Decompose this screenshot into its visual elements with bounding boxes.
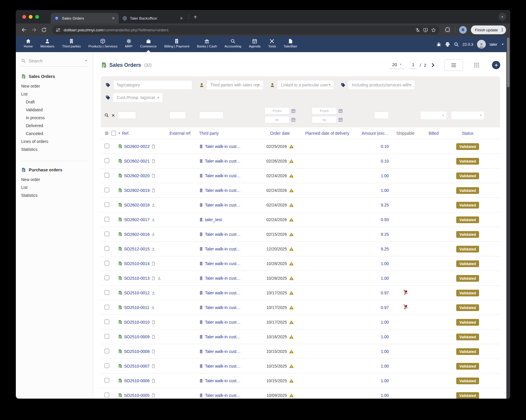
amount-link[interactable]: 9.25 xyxy=(381,247,389,251)
search-amount-input[interactable] xyxy=(374,112,389,119)
back-icon[interactable] xyxy=(20,26,28,34)
amount-link[interactable]: 0.93 xyxy=(381,217,389,222)
amount-link[interactable]: 1.00 xyxy=(381,378,389,383)
select-all-checkbox[interactable] xyxy=(111,131,116,136)
tab-close-icon[interactable]: ✕ xyxy=(179,16,184,21)
column-header-amount[interactable]: Amount (exc… xyxy=(362,131,391,136)
calendar-icon[interactable] xyxy=(338,117,343,122)
order-ref-link[interactable]: SO2510-0013 xyxy=(124,276,150,281)
menu-item-mrp[interactable]: MRP xyxy=(121,36,136,52)
list-view-button[interactable] xyxy=(444,59,463,71)
menu-item-banks-cash[interactable]: Banks | Cash xyxy=(193,36,221,52)
row-checkbox[interactable] xyxy=(104,334,109,339)
order-ref-link[interactable]: SO2602-0022 xyxy=(124,144,150,149)
row-checkbox[interactable] xyxy=(104,246,109,251)
mic-off-icon[interactable] xyxy=(415,28,420,33)
sidebar-section-title[interactable]: Purchase orders xyxy=(21,168,88,172)
sidebar-item-in-process[interactable]: In process xyxy=(21,114,88,122)
column-header-ref[interactable]: Ref. xyxy=(118,131,168,136)
search-third-party-input[interactable] xyxy=(199,112,224,119)
row-checkbox[interactable] xyxy=(104,202,109,207)
amount-link[interactable]: 1.00 xyxy=(381,276,389,281)
third-party-link[interactable]: Taler walk-in cust… xyxy=(205,334,240,339)
sidebar-item-validated[interactable]: Validated xyxy=(21,106,88,114)
amount-link[interactable]: 1.00 xyxy=(381,349,389,354)
menu-item-talerbarr[interactable]: TalerBarr xyxy=(280,36,301,52)
scrollbar[interactable] xyxy=(506,36,510,399)
order-ref-link[interactable]: SO2510-0007 xyxy=(124,364,150,368)
amount-link[interactable]: 1.00 xyxy=(381,334,389,339)
order-ref-link[interactable]: SO2510-0014 xyxy=(124,261,150,266)
order-date-from-input[interactable] xyxy=(264,107,290,115)
menu-item-third-parties[interactable]: Third parties xyxy=(58,36,85,52)
row-checkbox[interactable] xyxy=(104,173,109,178)
sidebar-item-statistics[interactable]: Statistics xyxy=(21,145,88,153)
help-icon[interactable] xyxy=(454,42,459,47)
print-icon[interactable] xyxy=(445,42,450,47)
order-ref-link[interactable]: SO2510-0011 xyxy=(124,305,149,310)
menu-item-products-services[interactable]: Products | Services xyxy=(85,36,121,52)
reload-icon[interactable] xyxy=(40,26,48,34)
amount-link[interactable]: 0.10 xyxy=(381,159,389,163)
order-ref-link[interactable]: SO2510-0009 xyxy=(124,334,150,339)
menu-item-accounting[interactable]: Accounting xyxy=(221,36,245,52)
column-header-planned-date[interactable]: Planned date of delivery xyxy=(305,131,349,136)
clear-search-icon[interactable] xyxy=(111,114,115,117)
browser-profile-avatar[interactable]: B xyxy=(459,26,467,34)
row-checkbox[interactable] xyxy=(104,392,109,397)
order-ref-link[interactable]: SO2512-0015 xyxy=(124,247,150,251)
row-checkbox[interactable] xyxy=(104,363,109,368)
calendar-icon[interactable] xyxy=(291,109,296,113)
grid-view-icon[interactable] xyxy=(474,62,480,68)
column-header-third-party[interactable]: Third party xyxy=(199,131,259,136)
tab-search-button[interactable]: ▾ xyxy=(498,13,506,21)
delivery-date-from-input[interactable] xyxy=(312,107,337,115)
third-party-link[interactable]: Taler walk-in cust… xyxy=(205,291,240,295)
row-checkbox[interactable] xyxy=(104,290,109,295)
finish-update-button[interactable]: Finish update xyxy=(471,25,506,34)
sidebar-item-canceled[interactable]: Canceled xyxy=(21,129,88,137)
amount-link[interactable]: 1.00 xyxy=(381,320,389,325)
order-ref-link[interactable]: SO2602-0019 xyxy=(124,188,150,193)
third-party-link[interactable]: Taler walk-in cust… xyxy=(205,276,240,281)
kebab-menu-icon[interactable] xyxy=(500,28,504,32)
third-party-link[interactable]: Taler walk-in cust… xyxy=(205,159,240,163)
delivery-date-to-input[interactable] xyxy=(312,116,337,123)
amount-link[interactable]: 1.00 xyxy=(381,261,389,266)
third-party-link[interactable]: Taler walk-in cust… xyxy=(205,203,240,207)
search-status-select[interactable] xyxy=(451,112,484,119)
search-ref-input[interactable] xyxy=(118,112,136,119)
third-party-link[interactable]: Taler walk-in cust… xyxy=(205,364,240,368)
order-ref-link[interactable]: SO2602-0018 xyxy=(124,203,150,207)
amount-link[interactable]: 1.00 xyxy=(381,173,389,178)
sidebar-item-draft[interactable]: Draft xyxy=(21,98,88,106)
column-header-external-ref[interactable]: External ref xyxy=(169,131,197,136)
sidebar-section-title[interactable]: Sales Orders xyxy=(21,74,88,79)
menu-item-tools[interactable]: Tools xyxy=(264,36,280,52)
sidebar-search[interactable] xyxy=(21,58,88,66)
sidebar-item-list[interactable]: List xyxy=(21,183,88,191)
amount-link[interactable]: 1.00 xyxy=(381,188,389,193)
menu-item-members[interactable]: Members xyxy=(37,36,58,52)
row-checkbox[interactable] xyxy=(104,305,109,310)
maximize-window-button[interactable] xyxy=(35,15,39,19)
order-ref-link[interactable]: SO2602-0016 xyxy=(124,232,150,237)
third-party-link[interactable]: Taler walk-in cust… xyxy=(205,173,240,178)
sidebar-item-statistics[interactable]: Statistics xyxy=(21,191,88,199)
amount-link[interactable]: 0.97 xyxy=(381,305,389,310)
extensions-puzzle-icon[interactable] xyxy=(444,26,452,34)
menu-item-billing-payment[interactable]: Billing | Payment xyxy=(160,36,193,52)
line-select-icon[interactable] xyxy=(104,131,109,136)
add-order-button[interactable] xyxy=(492,61,500,69)
third-party-link[interactable]: Taler walk-in cust… xyxy=(205,247,240,251)
user-name[interactable]: taler xyxy=(490,42,497,47)
calendar-icon[interactable] xyxy=(291,117,296,122)
third-party-link[interactable]: Taler walk-in cust… xyxy=(205,393,240,398)
row-checkbox[interactable] xyxy=(104,261,109,266)
sidebar-item-new-order[interactable]: New order xyxy=(21,82,88,90)
third-party-link[interactable]: Taler walk-in cust… xyxy=(205,378,240,383)
row-checkbox[interactable] xyxy=(104,144,109,148)
row-checkbox[interactable] xyxy=(104,378,109,383)
page-size-select[interactable]: 20 xyxy=(389,61,404,69)
amount-link[interactable]: 0.97 xyxy=(381,291,389,295)
